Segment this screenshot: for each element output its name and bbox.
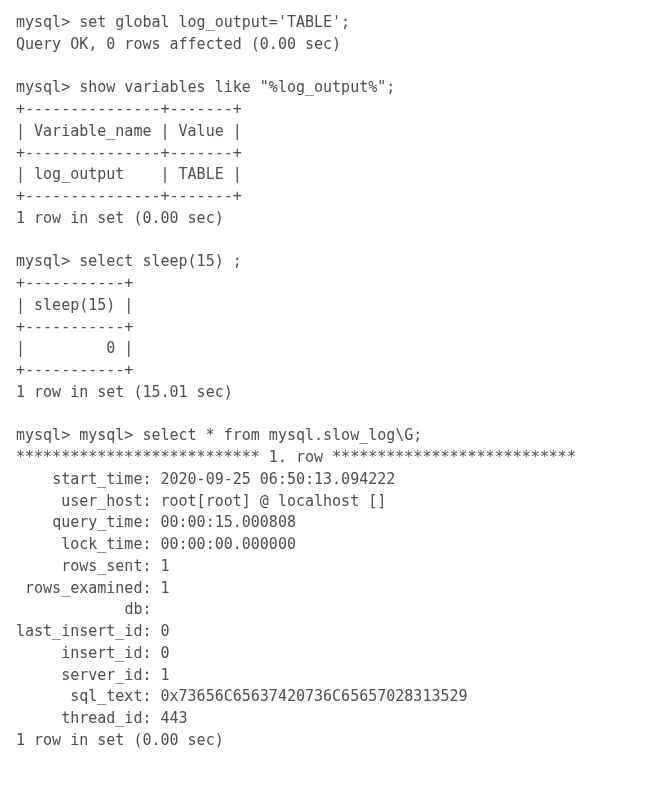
- cmd-3-border-mid: +-----------+: [16, 318, 133, 336]
- field-insert-id: insert_id: 0: [16, 644, 170, 662]
- cmd-3-footer: 1 row in set (15.01 sec): [16, 383, 233, 401]
- field-rows-examined: rows_examined: 1: [16, 579, 170, 597]
- cmd-2-border-bot: +---------------+-------+: [16, 187, 242, 205]
- cmd-2-row-0: | log_output | TABLE |: [16, 165, 242, 183]
- cmd-3-row-0: | 0 |: [16, 339, 133, 357]
- cmd-3-border-bot: +-----------+: [16, 361, 133, 379]
- field-sql-text: sql_text: 0x73656C65637420736C6565702831…: [16, 687, 468, 705]
- cmd-line-2: mysql> show variables like "%log_output%…: [16, 78, 395, 96]
- field-last-insert-id: last_insert_id: 0: [16, 622, 170, 640]
- field-rows-sent: rows_sent: 1: [16, 557, 170, 575]
- cmd-2-header: | Variable_name | Value |: [16, 122, 242, 140]
- cmd-2-footer: 1 row in set (0.00 sec): [16, 209, 224, 227]
- cmd-3-border-top: +-----------+: [16, 274, 133, 292]
- field-thread-id: thread_id: 443: [16, 709, 188, 727]
- cmd-line-1: mysql> set global log_output='TABLE';: [16, 13, 350, 31]
- field-server-id: server_id: 1: [16, 666, 170, 684]
- cmd-1-result: Query OK, 0 rows affected (0.00 sec): [16, 35, 341, 53]
- cmd-2-border-mid: +---------------+-------+: [16, 144, 242, 162]
- field-db: db:: [16, 600, 161, 618]
- cmd-3-header: | sleep(15) |: [16, 296, 133, 314]
- cmd-4-footer: 1 row in set (0.00 sec): [16, 731, 224, 749]
- mysql-terminal-output: mysql> set global log_output='TABLE'; Qu…: [0, 0, 648, 764]
- field-query-time: query_time: 00:00:15.000808: [16, 513, 296, 531]
- field-lock-time: lock_time: 00:00:00.000000: [16, 535, 296, 553]
- field-user-host: user_host: root[root] @ localhost []: [16, 492, 386, 510]
- cmd-2-border-top: +---------------+-------+: [16, 100, 242, 118]
- cmd-line-4: mysql> mysql> select * from mysql.slow_l…: [16, 426, 422, 444]
- field-start-time: start_time: 2020-09-25 06:50:13.094222: [16, 470, 395, 488]
- cmd-line-3: mysql> select sleep(15) ;: [16, 252, 242, 270]
- cmd-4-row-header: *************************** 1. row *****…: [16, 448, 576, 466]
